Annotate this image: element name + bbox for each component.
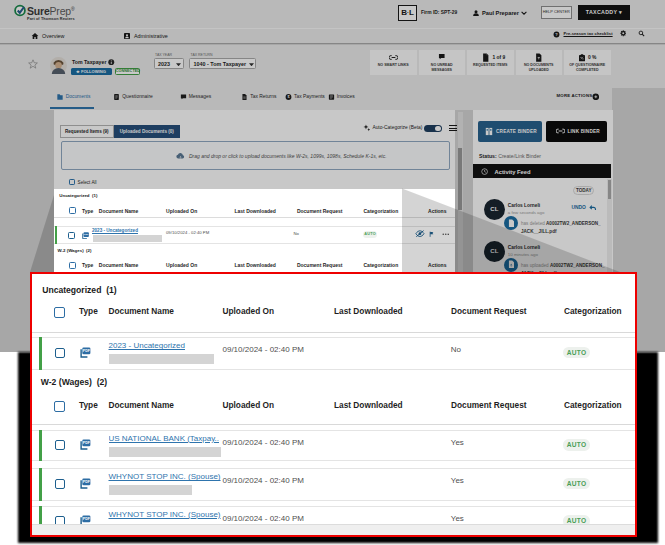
svg-text:PDF: PDF	[83, 441, 91, 445]
svg-text:PDF: PDF	[83, 349, 91, 353]
svg-text:PDF: PDF	[83, 480, 91, 484]
svg-text:PDF: PDF	[83, 517, 91, 521]
